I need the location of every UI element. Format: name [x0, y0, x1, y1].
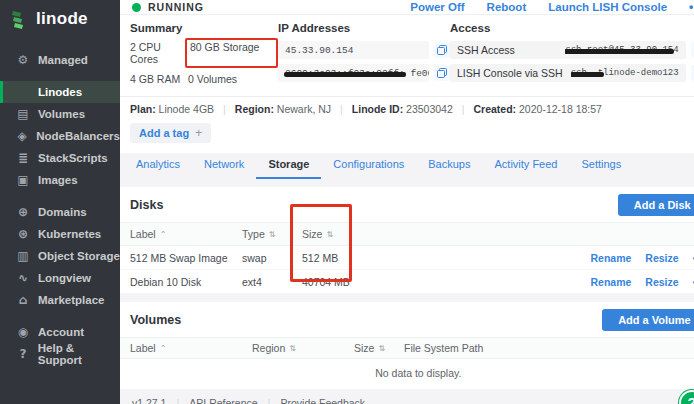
tab-configurations[interactable]: Configurations: [321, 153, 416, 179]
tab-backups[interactable]: Backups: [416, 153, 482, 179]
lish-console-label: LISH Console via SSH: [457, 67, 563, 79]
sort-asc-icon: ⌃: [160, 344, 167, 353]
sidebar-item-domains[interactable]: ⊕ Domains: [0, 201, 120, 223]
access-title: Access: [450, 22, 694, 34]
summary-column: Summary 2 CPU Cores 80 GB Storage 4 GB R…: [130, 22, 278, 87]
linode-logo[interactable]: linode: [0, 0, 120, 39]
nav-group-managed: ⚙ Managed: [0, 49, 120, 71]
sidebar-item-label: Longview: [38, 272, 91, 284]
disk-type: ext4: [242, 276, 302, 288]
column-header-file-system-path: File System Path: [404, 342, 534, 354]
sidebar-item-label: StackScripts: [38, 152, 108, 164]
status-dot-running: [132, 3, 141, 12]
sidebar-item-label: Account: [38, 326, 84, 338]
linodes-icon: [16, 85, 30, 99]
sidebar-item-account[interactable]: ◉ Account: [0, 321, 120, 343]
tag-row: Add a tag +: [120, 121, 694, 153]
resize-button[interactable]: Resize: [645, 252, 678, 264]
column-header-type[interactable]: Type⇅: [242, 228, 302, 240]
power-off-button[interactable]: Power Off: [410, 1, 464, 13]
add-tag-button[interactable]: Add a tag +: [130, 123, 211, 143]
disk-size: 40704 MB: [302, 276, 372, 288]
disks-table-header: Label⌃ Type⇅ Size⇅: [120, 222, 694, 246]
sidebar-item-stackscripts[interactable]: ≣ StackScripts: [0, 147, 120, 169]
spec-storage: 80 GB Storage: [190, 41, 259, 53]
column-header-size[interactable]: Size⇅: [354, 342, 404, 354]
sidebar-item-label: NodeBalancers: [36, 130, 120, 142]
provide-feedback-link[interactable]: Provide Feedback: [280, 397, 365, 404]
sidebar-item-volumes[interactable]: ▤ Volumes: [0, 103, 120, 125]
sidebar-item-label: Domains: [38, 206, 87, 218]
reboot-button[interactable]: Reboot: [487, 1, 527, 13]
tab-activity-feed[interactable]: Activity Feed: [482, 153, 569, 179]
sidebar-item-managed[interactable]: ⚙ Managed: [0, 49, 120, 71]
ipv6-redacted-part: 2600:3c03::f03c:92ff:: [285, 68, 405, 79]
column-header-label[interactable]: Label⌃: [130, 342, 252, 354]
nodebalancers-icon: ◈: [16, 129, 28, 143]
resize-button[interactable]: Resize: [645, 276, 678, 288]
column-header-size[interactable]: Size⇅: [302, 228, 372, 240]
meta-separator: |: [462, 103, 465, 115]
tab-settings[interactable]: Settings: [569, 153, 633, 179]
sort-icon: ⇅: [378, 344, 385, 353]
api-reference-link[interactable]: API Reference: [189, 397, 257, 404]
rename-button[interactable]: Rename: [591, 276, 632, 288]
meta-separator: |: [340, 103, 343, 115]
highlight-box-storage: 80 GB Storage: [185, 38, 278, 68]
spec-volumes: 0 Volumes: [188, 73, 278, 85]
add-disk-button[interactable]: Add a Disk: [618, 194, 694, 216]
column-header-region[interactable]: Region⇅: [252, 342, 354, 354]
sort-icon: ⇅: [326, 230, 333, 239]
copy-icon[interactable]: [434, 42, 450, 58]
sidebar-item-nodebalancers[interactable]: ◈ NodeBalancers: [0, 125, 120, 147]
sort-asc-icon: ⌃: [160, 230, 167, 239]
managed-icon: ⚙: [16, 53, 30, 67]
ssh-access-visible: 4: [673, 45, 678, 55]
ipv6-address: 2600:3c03::f03c:92ff: fe06:3: [278, 64, 429, 82]
launch-lish-console-button[interactable]: Launch LISH Console: [548, 1, 667, 13]
more-actions-icon[interactable]: •••: [689, 0, 694, 14]
status-indicator: RUNNING: [132, 1, 204, 13]
rename-button[interactable]: Rename: [591, 252, 632, 264]
ip-addresses-column: IP Addresses 45.33.90.154 2600:3c03::f03…: [278, 22, 450, 87]
copy-icon[interactable]: [434, 65, 450, 81]
sidebar-item-linodes[interactable]: Linodes: [0, 81, 120, 103]
sidebar-item-label: Marketplace: [38, 294, 104, 306]
linode-meta-row: Plan: Linode 4GB | Region: Newark, NJ | …: [120, 96, 694, 121]
column-header-label[interactable]: Label⌃: [130, 228, 242, 240]
page-footer: v1.27.1 | API Reference | Provide Feedba…: [120, 390, 694, 404]
sidebar-item-label: Linodes: [38, 86, 82, 98]
marketplace-icon: ⌂: [16, 293, 30, 307]
sidebar-item-images[interactable]: ▣ Images: [0, 169, 120, 191]
sidebar-item-kubernetes[interactable]: ⊛ Kubernetes: [0, 223, 120, 245]
sidebar-item-help-support[interactable]: ? Help & Support: [0, 343, 120, 365]
summary-title: Summary: [130, 22, 278, 34]
stackscripts-icon: ≣: [16, 151, 30, 165]
region-label: Region:: [235, 103, 274, 115]
volumes-icon: ▤: [16, 107, 30, 121]
tab-network[interactable]: Network: [192, 153, 256, 179]
disk-label: 512 MB Swap Image: [130, 252, 242, 264]
volumes-table-header: Label⌃ Region⇅ Size⇅ File System Path: [120, 337, 694, 359]
sidebar-item-marketplace[interactable]: ⌂ Marketplace: [0, 289, 120, 311]
tab-storage[interactable]: Storage: [256, 153, 321, 179]
version-label[interactable]: v1.27.1: [132, 397, 166, 404]
sidebar-item-longview[interactable]: ∿ Longview: [0, 267, 120, 289]
domains-icon: ⊕: [16, 205, 30, 219]
main-content: RUNNING Power Off Reboot Launch LISH Con…: [120, 0, 694, 404]
add-tag-label: Add a tag: [139, 127, 189, 139]
help-bubble-button[interactable]: ?: [679, 390, 694, 404]
linode-id-label: Linode ID:: [352, 103, 403, 115]
sidebar-item-object-storage[interactable]: ▥ Object Storage: [0, 245, 120, 267]
disk-row-swap: 512 MB Swap Image swap 512 MB Rename Res…: [120, 246, 694, 270]
tab-analytics[interactable]: Analytics: [124, 153, 192, 179]
sidebar-item-label: Volumes: [38, 108, 85, 120]
created-label: Created:: [474, 103, 517, 115]
status-label: RUNNING: [148, 1, 204, 13]
ssh-access-redacted: ssh root@45.33.90.15: [565, 45, 673, 55]
add-volume-button[interactable]: Add a Volume: [602, 309, 694, 331]
sort-icon: ⇅: [289, 344, 296, 353]
ssh-access-chip: SSH Access ssh root@45.33.90.154: [450, 41, 686, 59]
images-icon: ▣: [16, 173, 30, 187]
plus-icon: +: [195, 126, 202, 140]
